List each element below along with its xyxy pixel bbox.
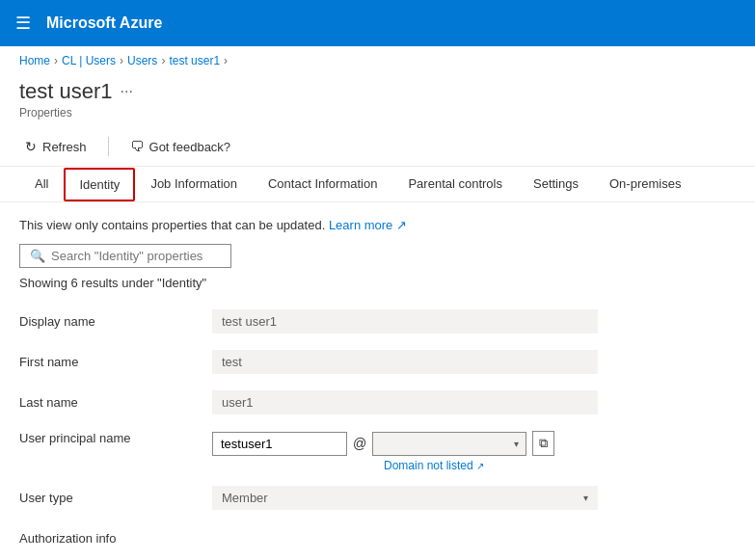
content-area: This view only contains properties that … (0, 202, 755, 560)
label-last-name: Last name (19, 395, 212, 410)
upn-domain-wrapper: ▾ (372, 432, 526, 456)
input-last-name[interactable] (212, 390, 598, 414)
breadcrumb-cl-users[interactable]: CL | Users (62, 54, 116, 67)
form-row-first-name: First name (19, 346, 736, 377)
upn-domain-select[interactable] (372, 432, 526, 456)
page-subtitle: Properties (19, 106, 736, 120)
copy-icon: ⧉ (539, 436, 548, 451)
form-row-last-name: Last name (19, 387, 736, 417)
learn-more-link[interactable]: Learn more ↗ (329, 218, 407, 232)
top-navbar: ☰ Microsoft Azure (0, 0, 755, 46)
input-display-name[interactable] (212, 309, 598, 333)
value-first-name (212, 350, 736, 374)
external-link-icon: ↗ (476, 461, 484, 471)
value-upn: @ ▾ ⧉ Domain not listed ↗ (212, 431, 736, 472)
tab-parental-controls[interactable]: Parental controls (392, 167, 518, 202)
form-row-upn: User principal name @ ▾ ⧉ (19, 427, 736, 472)
user-type-value: Member (222, 491, 268, 505)
form-row-auth-info: Authorization info (19, 522, 736, 553)
breadcrumb: Home › CL | Users › Users › test user1 › (0, 46, 755, 75)
breadcrumb-users[interactable]: Users (127, 54, 157, 67)
breadcrumb-home[interactable]: Home (19, 54, 50, 67)
domain-not-listed-link[interactable]: Domain not listed ↗ (384, 459, 736, 472)
form-row-display-name: Display name (19, 306, 736, 336)
tab-identity[interactable]: Identity (64, 168, 135, 201)
feedback-icon: 🗨 (130, 139, 144, 154)
value-last-name (212, 390, 736, 414)
breadcrumb-test-user1[interactable]: test user1 (169, 54, 220, 67)
value-user-type: Member ▾ (212, 486, 736, 510)
feedback-button[interactable]: 🗨 Got feedback? (124, 135, 237, 158)
refresh-icon: ↻ (25, 139, 37, 154)
tab-on-premises[interactable]: On-premises (594, 167, 696, 202)
tab-settings[interactable]: Settings (518, 167, 594, 202)
label-display-name: Display name (19, 314, 212, 329)
input-first-name[interactable] (212, 350, 598, 374)
value-display-name (212, 309, 736, 333)
hamburger-icon[interactable]: ☰ (15, 13, 31, 34)
input-upn-prefix[interactable] (212, 432, 347, 456)
form-row-user-type: User type Member ▾ (19, 482, 736, 513)
tab-contact-information[interactable]: Contact Information (253, 167, 392, 202)
search-icon: 🔍 (30, 249, 45, 263)
refresh-button[interactable]: ↻ Refresh (19, 135, 93, 158)
label-user-type: User type (19, 491, 212, 505)
info-text: This view only contains properties that … (19, 218, 736, 232)
copy-upn-button[interactable]: ⧉ (532, 431, 554, 456)
search-box[interactable]: 🔍 (19, 244, 231, 268)
feedback-label: Got feedback? (149, 140, 231, 154)
chevron-down-icon: ▾ (583, 493, 588, 503)
refresh-label: Refresh (42, 140, 87, 154)
search-input[interactable] (51, 249, 221, 263)
tabs-bar: All Identity Job Information Contact Inf… (0, 167, 755, 202)
more-options-icon[interactable]: ··· (121, 83, 133, 100)
tab-job-information[interactable]: Job Information (135, 167, 253, 202)
label-first-name: First name (19, 355, 212, 369)
tab-all[interactable]: All (19, 167, 64, 202)
upn-at-symbol: @ (353, 436, 366, 451)
label-upn: User principal name (19, 431, 212, 445)
label-auth-info: Authorization info (19, 531, 212, 546)
toolbar-divider (108, 137, 109, 156)
page-title: test user1 (19, 79, 113, 104)
form-table: Display name First name Last name User p… (19, 306, 736, 553)
results-text: Showing 6 results under "Identity" (19, 276, 736, 290)
app-title: Microsoft Azure (46, 14, 162, 32)
page-header: test user1 ··· Properties (0, 75, 755, 127)
toolbar: ↻ Refresh 🗨 Got feedback? (0, 127, 755, 167)
user-type-select[interactable]: Member ▾ (212, 486, 598, 510)
